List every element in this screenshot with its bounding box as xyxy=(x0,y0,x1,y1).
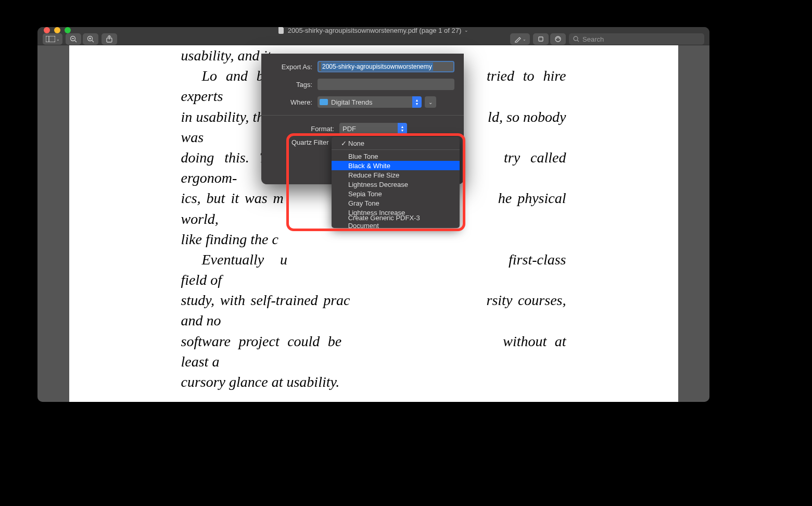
menu-item-pdfx3[interactable]: Create Generic PDFX-3 Document xyxy=(332,217,460,226)
menu-item-gray-tone[interactable]: Gray Tone xyxy=(332,198,460,208)
checkmark-icon: ✓ xyxy=(341,140,348,147)
search-input[interactable]: Search xyxy=(569,33,704,45)
body-line: like finding the c xyxy=(181,229,566,249)
svg-line-14 xyxy=(577,40,579,42)
chevron-down-icon[interactable]: ⌄ xyxy=(464,28,468,33)
quartz-filter-label: Quartz Filter xyxy=(291,138,329,146)
zoom-in-button[interactable] xyxy=(83,33,98,45)
window-title: 2005-shirky-agroupisitsownworstenemy.pdf… xyxy=(37,27,709,34)
folder-icon xyxy=(320,99,328,105)
maximize-button[interactable] xyxy=(65,27,71,33)
svg-point-13 xyxy=(574,36,578,41)
share-button[interactable] xyxy=(102,33,117,45)
menu-item-blue-tone[interactable]: Blue Tone xyxy=(332,151,460,161)
titlebar: 2005-shirky-agroupisitsownworstenemy.pdf… xyxy=(37,27,709,33)
menu-item-none[interactable]: ✓None xyxy=(332,138,460,148)
body-line: software project could bewithout at leas… xyxy=(181,331,566,372)
title-text: 2005-shirky-agroupisitsownworstenemy.pdf… xyxy=(288,27,462,34)
export-as-label: Export As: xyxy=(271,63,318,71)
expand-button[interactable]: ⌄ xyxy=(425,96,436,108)
menu-separator xyxy=(332,149,460,150)
quartz-filter-menu: ✓None Blue Tone Black & White Reduce Fil… xyxy=(332,137,460,228)
close-button[interactable] xyxy=(44,27,50,33)
svg-rect-11 xyxy=(539,37,543,41)
format-select[interactable]: PDF ▲▼ xyxy=(339,123,407,134)
body-line: study, with self-trained pracrsity cours… xyxy=(181,290,566,331)
minimize-button[interactable] xyxy=(54,27,60,33)
updown-arrows-icon: ▲▼ xyxy=(412,96,422,108)
menu-item-black-white[interactable]: Black & White xyxy=(332,161,460,170)
traffic-lights xyxy=(37,27,71,33)
where-value: Digital Trends xyxy=(331,98,372,106)
search-icon xyxy=(573,36,579,42)
toolbar: ⌄ ⌄ xyxy=(37,33,709,45)
tags-field[interactable] xyxy=(318,79,454,90)
zoom-out-button[interactable] xyxy=(66,33,81,45)
annotate-button[interactable] xyxy=(550,33,566,45)
export-as-field[interactable]: 2005-shirky-agroupisitsownworstenemy xyxy=(318,61,454,72)
updown-arrows-icon: ▲▼ xyxy=(398,123,407,134)
where-label: Where: xyxy=(271,98,318,106)
menu-item-reduce-file-size[interactable]: Reduce File Size xyxy=(332,170,460,180)
svg-line-6 xyxy=(92,41,94,43)
where-select[interactable]: Digital Trends ▲▼ xyxy=(318,96,422,108)
tags-label: Tags: xyxy=(271,81,318,88)
rotate-button[interactable] xyxy=(533,33,549,45)
menu-item-sepia-tone[interactable]: Sepia Tone xyxy=(332,189,460,198)
svg-line-3 xyxy=(75,41,77,43)
document-icon xyxy=(278,27,285,34)
menu-item-lightness-decrease[interactable]: Lightness Decrease xyxy=(332,180,460,189)
format-value: PDF xyxy=(342,125,356,133)
markup-button[interactable]: ⌄ xyxy=(510,33,530,45)
body-line: cursory glance at usability. xyxy=(181,372,566,392)
sidebar-toggle-button[interactable]: ⌄ xyxy=(43,33,62,45)
search-placeholder: Search xyxy=(582,35,604,43)
body-line: Eventually ufirst-class field of xyxy=(181,249,566,290)
format-label: Format: xyxy=(271,125,339,133)
svg-rect-0 xyxy=(46,36,55,42)
export-as-value: 2005-shirky-agroupisitsownworstenemy xyxy=(321,62,433,71)
